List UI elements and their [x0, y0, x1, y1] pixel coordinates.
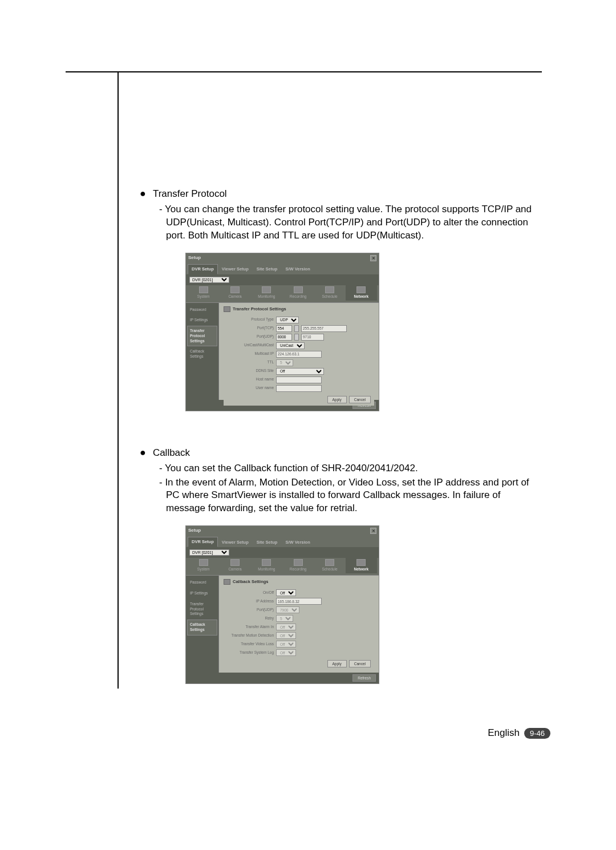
cat-recording[interactable]: Recording [282, 285, 314, 301]
section-title: Transfer Protocol [153, 188, 227, 201]
dialog-footer: Apply Cancel [224, 658, 374, 670]
cat-schedule[interactable]: Schedule [314, 558, 345, 573]
username-input[interactable] [276, 385, 322, 392]
sidebar-item-password[interactable]: Password [187, 577, 217, 588]
tab-sw-version[interactable]: S/W Version [281, 264, 314, 274]
field-label: On/Off [224, 590, 274, 596]
field-label: UniCast/MultiCast [224, 343, 274, 348]
row-syslog: Transfer System Log Off [224, 649, 374, 656]
category-icon-row: System Camera Monitoring Recording Sched… [186, 285, 379, 303]
bullet-icon: ● [140, 446, 146, 459]
alarm-select[interactable]: Off [276, 624, 296, 630]
port-udp-input[interactable] [276, 334, 292, 341]
vloss-select[interactable]: Off [276, 641, 296, 647]
apply-button[interactable]: Apply [327, 660, 347, 667]
desc-line: - In the event of Alarm, Motion Detectio… [159, 476, 539, 516]
cat-network[interactable]: Network [346, 558, 377, 573]
cat-schedule[interactable]: Schedule [314, 285, 345, 301]
ddns-select[interactable]: Off [276, 368, 324, 375]
tab-dvr-setup[interactable]: DVR Setup [188, 537, 218, 547]
screenshot-transfer: Setup ✕ DVR Setup Viewer Setup Site Setu… [185, 253, 539, 411]
refresh-row: Refresh [186, 673, 379, 683]
dvr-selector-row: DVR [0201] [186, 274, 379, 285]
bullet-icon: ● [140, 187, 146, 200]
tab-site-setup[interactable]: Site Setup [253, 537, 282, 547]
port-tcp-extra [301, 325, 347, 332]
port-select[interactable]: 7900 [276, 606, 299, 613]
sidebar-item-callback[interactable]: Callback Settings [187, 620, 217, 636]
vertical-divider [117, 72, 119, 689]
sidebar: Password IP Settings Transfer Protocol S… [186, 576, 219, 673]
cat-camera[interactable]: Camera [219, 558, 250, 573]
sidebar-item-transfer[interactable]: Transfer Protocol Settings [187, 599, 217, 620]
tab-label: S/W Version [285, 540, 310, 545]
close-icon[interactable]: ✕ [370, 528, 376, 534]
hostname-input[interactable] [276, 377, 322, 383]
icon-label: Camera [228, 294, 241, 298]
panel-icon [224, 579, 230, 585]
screenshot-callback: Setup ✕ DVR Setup Viewer Setup Site Setu… [185, 525, 539, 684]
dialog-body: Password IP Settings Transfer Protocol S… [186, 576, 379, 673]
content-area: ● Transfer Protocol - You can change the… [140, 187, 539, 684]
apply-button[interactable]: Apply [327, 396, 347, 403]
system-icon [199, 286, 208, 293]
cat-monitoring[interactable]: Monitoring [251, 285, 282, 301]
tab-site-setup[interactable]: Site Setup [253, 264, 282, 274]
sidebar-item-ip[interactable]: IP Settings [187, 588, 217, 599]
sidebar-item-transfer[interactable]: Transfer Protocol Settings [187, 326, 217, 346]
cat-camera[interactable]: Camera [219, 285, 250, 301]
dvr-select[interactable]: DVR [0201] [189, 549, 229, 556]
ip-input[interactable] [276, 598, 322, 605]
panel-title: Transfer Protocol Settings [233, 306, 286, 312]
tab-label: Site Setup [257, 266, 278, 272]
multicast-ip-input[interactable] [276, 351, 322, 358]
section-title: Callback [153, 447, 190, 460]
section-desc-callback: - You can set the Callback function of S… [159, 462, 539, 516]
motion-select[interactable]: Off [276, 632, 296, 639]
cat-recording[interactable]: Recording [282, 558, 314, 573]
refresh-button[interactable]: Refresh [352, 674, 376, 682]
close-icon[interactable]: ✕ [370, 255, 376, 261]
dialog-body: Password IP Settings Transfer Protocol S… [186, 303, 379, 400]
port-tcp-input[interactable] [276, 325, 292, 332]
dvr-select[interactable]: DVR [0201] [189, 277, 229, 283]
panel-title-row: Callback Settings [224, 579, 374, 585]
sidebar-item-password[interactable]: Password [187, 305, 217, 315]
tab-viewer-setup[interactable]: Viewer Setup [218, 537, 253, 547]
tab-dvr-setup[interactable]: DVR Setup [188, 264, 218, 274]
cat-system[interactable]: System [188, 285, 219, 301]
field-label: Port(UDP) [224, 334, 274, 339]
camera-icon [230, 286, 240, 293]
retry-select[interactable]: 5 [276, 615, 293, 622]
spinner-icon[interactable] [294, 325, 299, 332]
protocol-type-select[interactable]: UDP [276, 317, 299, 323]
tab-viewer-setup[interactable]: Viewer Setup [218, 264, 253, 274]
cat-monitoring[interactable]: Monitoring [251, 558, 282, 573]
dvr-selector-row: DVR [0201] [186, 547, 379, 558]
row-motion: Transfer Motion Detection Off [224, 632, 374, 639]
onoff-select[interactable]: Off [276, 589, 296, 596]
recording-icon [294, 559, 303, 566]
schedule-icon [325, 559, 334, 566]
tab-sw-version[interactable]: S/W Version [281, 537, 314, 547]
syslog-select[interactable]: Off [276, 649, 296, 656]
cancel-button[interactable]: Cancel [349, 396, 371, 403]
page-number-badge: 9-46 [524, 728, 550, 739]
cat-network[interactable]: Network [346, 285, 377, 301]
field-label: Host name [224, 377, 274, 382]
network-icon [356, 559, 366, 566]
sidebar-item-callback[interactable]: Callback Settings [187, 346, 217, 362]
icon-label: System [197, 567, 210, 571]
monitoring-icon [262, 286, 271, 293]
row-port-tcp: Port(TCP) [224, 325, 374, 332]
ttl-select[interactable]: 5 [276, 359, 293, 366]
icon-label: Schedule [322, 294, 337, 298]
section-heading-callback: ● Callback [140, 446, 539, 460]
unicast-select[interactable]: UniCast [276, 342, 305, 349]
cat-system[interactable]: System [188, 558, 219, 573]
sidebar-item-ip[interactable]: IP Settings [187, 315, 217, 326]
spinner-icon[interactable] [294, 334, 299, 341]
cancel-button[interactable]: Cancel [349, 660, 371, 667]
monitoring-icon [262, 559, 271, 566]
icon-label: Recording [290, 567, 307, 571]
